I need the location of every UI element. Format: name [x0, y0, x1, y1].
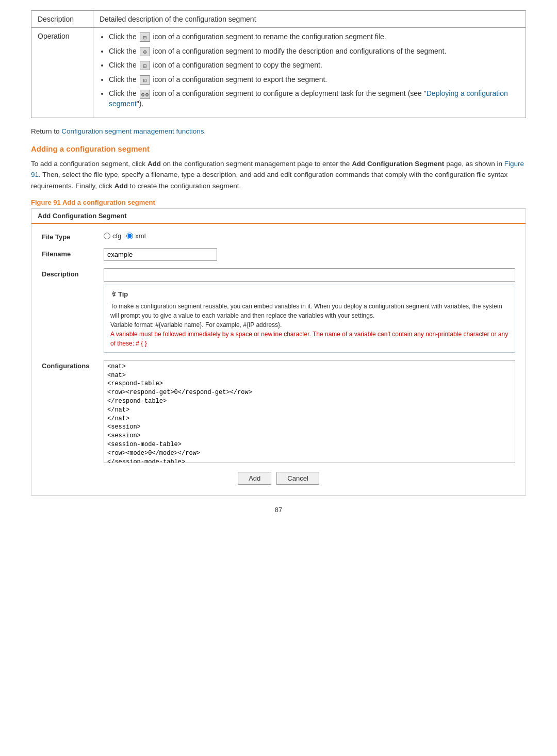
configurations-row: Configurations <nat> <nat> <respond-tabl… [42, 360, 515, 465]
return-suffix: . [204, 127, 206, 135]
deploying-link[interactable]: Deploying a configuration segment [109, 89, 508, 108]
description-value: Detailed description of the configuratio… [93, 11, 526, 28]
radio-xml-label[interactable]: xml [126, 232, 145, 240]
operation-item-3: Click the ⊟ icon of a configuration segm… [109, 60, 519, 71]
return-link-paragraph: Return to Configuration segment manageme… [31, 127, 526, 135]
description-label: Description [31, 11, 93, 28]
tip-box: ↯ Tip To make a configuration segment re… [104, 285, 515, 353]
filename-input[interactable] [104, 248, 217, 261]
file-type-row: File Type cfg xml [42, 231, 515, 241]
tip-text1: To make a configuration segment reusable… [110, 302, 509, 320]
add-config-segment-form: Add Configuration Segment File Type cfg … [31, 208, 526, 496]
configurations-label: Configurations [42, 360, 104, 370]
description-input[interactable] [104, 268, 515, 282]
file-type-field: cfg xml [104, 231, 515, 240]
config-mgmt-link[interactable]: Configuration segment management functio… [61, 127, 204, 135]
tip-title-text: Tip [118, 289, 128, 300]
form-inner: File Type cfg xml Filename Description [31, 224, 526, 495]
filename-row: Filename [42, 248, 515, 261]
file-type-label: File Type [42, 231, 104, 241]
rename-icon: ⊟ [140, 32, 150, 42]
radio-cfg-label[interactable]: cfg [104, 232, 121, 240]
filename-field [104, 248, 515, 261]
section-heading: Adding a configuration segment [31, 144, 526, 153]
modify-icon: ⚙ [140, 47, 150, 56]
configurations-field: <nat> <nat> <respond-table> <row><respon… [104, 360, 515, 465]
filename-label: Filename [42, 248, 104, 258]
add-button[interactable]: Add [238, 472, 271, 485]
radio-xml-text: xml [135, 232, 145, 240]
add-button-ref1: Add [148, 160, 161, 168]
body-part2: on the configuration segment management … [161, 160, 352, 168]
operation-label: Operation [31, 28, 93, 118]
description-field: ↯ Tip To make a configuration segment re… [104, 268, 515, 353]
operation-item-4: Click the ⊡ icon of a configuration segm… [109, 75, 519, 85]
body-part4: . Then, select the file type, specify a … [31, 171, 507, 190]
add-page-ref: Add Configuration Segment [352, 160, 444, 168]
return-prefix: Return to [31, 127, 61, 135]
tip-title: ↯ Tip [110, 289, 509, 300]
description-row: Description ↯ Tip To make a configuratio… [42, 268, 515, 353]
body-part1: To add a configuration segment, click [31, 160, 148, 168]
configurations-textarea[interactable]: <nat> <nat> <respond-table> <row><respon… [104, 360, 515, 463]
form-buttons: Add Cancel [42, 472, 515, 485]
page-number: 87 [31, 506, 526, 514]
operation-item-2: Click the ⚙ icon of a configuration segm… [109, 46, 519, 57]
tip-icon: ↯ [110, 289, 116, 300]
figure-caption: Figure 91 Add a configuration segment [31, 199, 526, 206]
radio-xml[interactable] [126, 233, 133, 239]
info-table: Description Detailed description of the … [31, 10, 526, 118]
body-part3: page, as shown in [444, 160, 504, 168]
deploy-icon: ⚙⚙ [140, 90, 150, 99]
body-part5: to create the configuration segment. [128, 182, 241, 190]
operation-item-5: Click the ⚙⚙ icon of a configuration seg… [109, 89, 519, 109]
body-paragraph: To add a configuration segment, click Ad… [31, 158, 526, 192]
radio-cfg[interactable] [104, 233, 110, 239]
radio-cfg-text: cfg [112, 232, 121, 240]
operation-item-1: Click the ⊟ icon of a configuration segm… [109, 32, 519, 42]
tip-text2: Variable format: #{variable name}. For e… [110, 320, 509, 330]
tip-warning: A variable must be followed immediately … [110, 330, 509, 348]
cancel-button[interactable]: Cancel [276, 472, 319, 485]
description-form-label: Description [42, 268, 104, 278]
add-button-ref2: Add [114, 182, 128, 190]
form-title: Add Configuration Segment [31, 209, 526, 224]
export-icon: ⊡ [140, 75, 150, 85]
operation-content: Click the ⊟ icon of a configuration segm… [93, 28, 526, 118]
copy-icon: ⊟ [140, 61, 150, 70]
